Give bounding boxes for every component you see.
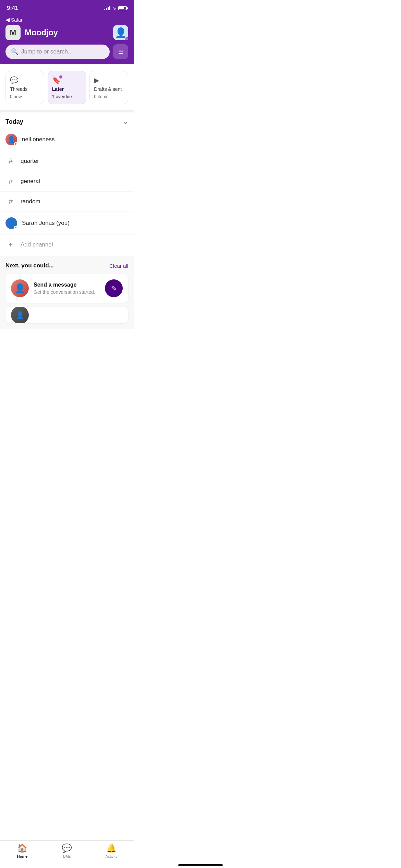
- threads-card-subtitle: 0 new: [10, 94, 40, 99]
- header-row: M Moodjoy 👤: [5, 25, 128, 40]
- self-online-dot: [14, 226, 17, 229]
- next-section: Next, you could... Clear all 👤 Send a me…: [0, 256, 134, 329]
- suggestion-avatar: 👤: [11, 279, 29, 297]
- later-card-subtitle: 1 overdue: [52, 94, 82, 99]
- neil-avatar: 👤: [5, 134, 17, 145]
- suggestion-title: Send a message: [34, 282, 100, 288]
- status-icons: ∿: [104, 6, 127, 11]
- later-icon: 🔖: [52, 76, 62, 84]
- threads-card-title: Threads: [10, 86, 40, 92]
- add-channel-item[interactable]: + Add channel: [0, 235, 134, 255]
- avatar-status-dot: [125, 37, 129, 41]
- random-channel-name: random: [21, 198, 40, 205]
- today-title: Today: [5, 118, 23, 125]
- neil-online-dot: [14, 142, 17, 145]
- clear-all-button[interactable]: Clear all: [109, 263, 128, 269]
- battery-icon: [118, 6, 127, 10]
- channel-item-quarter[interactable]: # quarter: [0, 151, 134, 171]
- later-card[interactable]: 🔖 Later 1 overdue: [48, 71, 86, 104]
- filter-icon: ☰: [118, 49, 123, 55]
- header-left: M Moodjoy: [5, 25, 58, 40]
- signal-icon: [104, 6, 110, 10]
- channel-item-random[interactable]: # random: [0, 192, 134, 212]
- general-channel-name: general: [21, 178, 40, 185]
- channel-list: 👤 neil.oneness # quarter # general # ran…: [0, 128, 134, 255]
- profile-avatar-button[interactable]: 👤: [113, 25, 128, 40]
- search-bar[interactable]: 🔍 Jump to or search...: [5, 45, 110, 59]
- dm-item-self[interactable]: 👤 Sarah Jonas (you): [0, 212, 134, 235]
- section-divider-1: [0, 110, 134, 112]
- app-logo: M: [5, 25, 21, 40]
- status-bar: 9:41 ∿: [0, 0, 134, 14]
- next-header: Next, you could... Clear all: [5, 262, 128, 269]
- threads-card[interactable]: 💬 Threads 0 new: [5, 71, 44, 104]
- add-channel-label: Add channel: [21, 241, 53, 248]
- status-time: 9:41: [7, 5, 18, 12]
- threads-icon: 💬: [10, 76, 20, 84]
- today-collapse-icon[interactable]: ⌄: [123, 118, 128, 125]
- quarter-channel-name: quarter: [21, 158, 39, 165]
- next-title: Next, you could...: [5, 262, 54, 269]
- quick-cards: 💬 Threads 0 new 🔖 Later 1 overdue ▶ Draf…: [0, 64, 134, 110]
- later-dot: [59, 75, 62, 79]
- drafts-card[interactable]: ▶ Drafts & sent 0 items: [89, 71, 128, 104]
- hash-icon: #: [5, 177, 16, 186]
- hash-icon: #: [5, 157, 16, 166]
- drafts-card-title: Drafts & sent: [94, 86, 124, 92]
- drafts-icon: ▶: [94, 76, 104, 84]
- suggestion-desc: Get the conversation started.: [34, 289, 100, 295]
- later-card-title: Later: [52, 86, 82, 92]
- today-header: Today ⌄: [5, 118, 128, 125]
- search-icon: 🔍: [11, 48, 19, 56]
- search-placeholder: Jump to or search...: [21, 48, 73, 55]
- add-channel-icon: +: [5, 240, 16, 249]
- filter-button[interactable]: ☰: [113, 44, 128, 59]
- self-channel-name: Sarah Jonas (you): [22, 220, 70, 227]
- dm-item-neil[interactable]: 👤 neil.oneness: [0, 128, 134, 151]
- wifi-icon: ∿: [112, 6, 116, 11]
- suggestion-text: Send a message Get the conversation star…: [34, 282, 100, 295]
- tab-bar-spacer: [0, 329, 134, 360]
- compose-icon: ✎: [111, 284, 117, 292]
- suggestion-card-message[interactable]: 👤 Send a message Get the conversation st…: [5, 274, 128, 303]
- drafts-card-subtitle: 0 items: [94, 94, 124, 99]
- app-name: Moodjoy: [25, 28, 58, 37]
- compose-button[interactable]: ✎: [105, 279, 123, 297]
- search-row: 🔍 Jump to or search... ☰: [5, 44, 128, 59]
- self-avatar: 👤: [5, 217, 17, 229]
- today-section: Today ⌄: [0, 112, 134, 125]
- back-arrow-icon: ◀: [5, 16, 10, 23]
- back-label: Safari: [11, 17, 24, 23]
- hash-icon: #: [5, 197, 16, 206]
- avatar-icon: 👤: [115, 27, 127, 38]
- neil-channel-name: neil.oneness: [22, 136, 54, 143]
- channel-item-general[interactable]: # general: [0, 171, 134, 192]
- app-header: ◀ Safari M Moodjoy 👤 🔍 Jump to or search…: [0, 14, 134, 64]
- nav-back[interactable]: ◀ Safari: [5, 16, 128, 23]
- partial-avatar: 👤: [11, 307, 29, 323]
- partial-suggestion-card[interactable]: 👤: [5, 307, 128, 323]
